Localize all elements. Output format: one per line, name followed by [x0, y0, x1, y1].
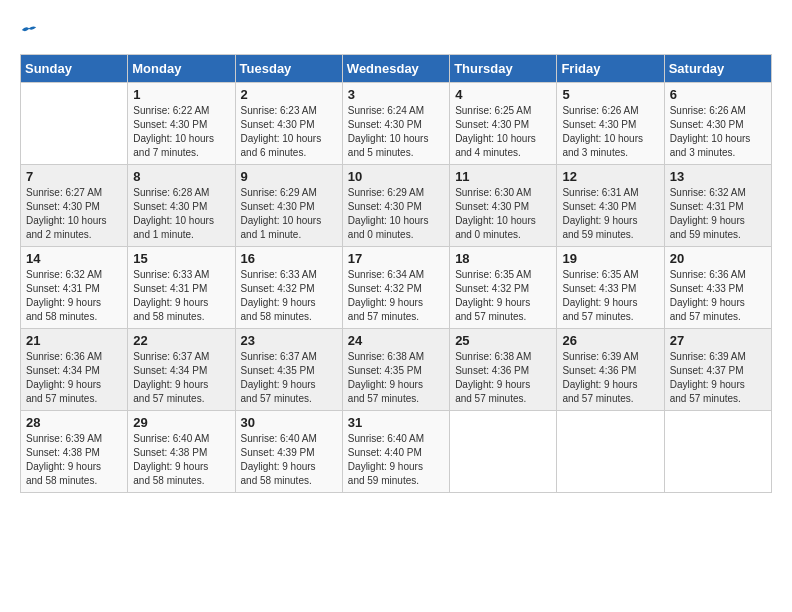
day-info: Sunrise: 6:32 AMSunset: 4:31 PMDaylight:… — [670, 186, 766, 242]
day-info: Sunrise: 6:34 AMSunset: 4:32 PMDaylight:… — [348, 268, 444, 324]
calendar-cell: 28Sunrise: 6:39 AMSunset: 4:38 PMDayligh… — [21, 411, 128, 493]
day-info: Sunrise: 6:35 AMSunset: 4:32 PMDaylight:… — [455, 268, 551, 324]
calendar-cell: 25Sunrise: 6:38 AMSunset: 4:36 PMDayligh… — [450, 329, 557, 411]
calendar-header-tuesday: Tuesday — [235, 55, 342, 83]
day-number: 6 — [670, 87, 766, 102]
calendar-header-monday: Monday — [128, 55, 235, 83]
day-info: Sunrise: 6:29 AMSunset: 4:30 PMDaylight:… — [241, 186, 337, 242]
calendar-week-2: 7Sunrise: 6:27 AMSunset: 4:30 PMDaylight… — [21, 165, 772, 247]
calendar-week-3: 14Sunrise: 6:32 AMSunset: 4:31 PMDayligh… — [21, 247, 772, 329]
day-info: Sunrise: 6:31 AMSunset: 4:30 PMDaylight:… — [562, 186, 658, 242]
day-number: 5 — [562, 87, 658, 102]
day-info: Sunrise: 6:25 AMSunset: 4:30 PMDaylight:… — [455, 104, 551, 160]
calendar-cell: 12Sunrise: 6:31 AMSunset: 4:30 PMDayligh… — [557, 165, 664, 247]
calendar-header-thursday: Thursday — [450, 55, 557, 83]
day-number: 17 — [348, 251, 444, 266]
calendar-cell: 19Sunrise: 6:35 AMSunset: 4:33 PMDayligh… — [557, 247, 664, 329]
calendar-cell: 1Sunrise: 6:22 AMSunset: 4:30 PMDaylight… — [128, 83, 235, 165]
calendar-cell: 4Sunrise: 6:25 AMSunset: 4:30 PMDaylight… — [450, 83, 557, 165]
calendar-cell: 31Sunrise: 6:40 AMSunset: 4:40 PMDayligh… — [342, 411, 449, 493]
calendar-cell — [664, 411, 771, 493]
day-info: Sunrise: 6:26 AMSunset: 4:30 PMDaylight:… — [562, 104, 658, 160]
calendar-cell: 16Sunrise: 6:33 AMSunset: 4:32 PMDayligh… — [235, 247, 342, 329]
day-number: 8 — [133, 169, 229, 184]
calendar-header-saturday: Saturday — [664, 55, 771, 83]
day-info: Sunrise: 6:36 AMSunset: 4:34 PMDaylight:… — [26, 350, 122, 406]
calendar-header-sunday: Sunday — [21, 55, 128, 83]
day-number: 23 — [241, 333, 337, 348]
day-info: Sunrise: 6:27 AMSunset: 4:30 PMDaylight:… — [26, 186, 122, 242]
calendar-cell: 23Sunrise: 6:37 AMSunset: 4:35 PMDayligh… — [235, 329, 342, 411]
day-number: 30 — [241, 415, 337, 430]
calendar-cell: 5Sunrise: 6:26 AMSunset: 4:30 PMDaylight… — [557, 83, 664, 165]
calendar-header-friday: Friday — [557, 55, 664, 83]
day-number: 13 — [670, 169, 766, 184]
calendar-cell: 22Sunrise: 6:37 AMSunset: 4:34 PMDayligh… — [128, 329, 235, 411]
page-header — [20, 20, 772, 44]
calendar-week-4: 21Sunrise: 6:36 AMSunset: 4:34 PMDayligh… — [21, 329, 772, 411]
day-info: Sunrise: 6:37 AMSunset: 4:34 PMDaylight:… — [133, 350, 229, 406]
calendar-week-5: 28Sunrise: 6:39 AMSunset: 4:38 PMDayligh… — [21, 411, 772, 493]
day-info: Sunrise: 6:40 AMSunset: 4:40 PMDaylight:… — [348, 432, 444, 488]
calendar-week-1: 1Sunrise: 6:22 AMSunset: 4:30 PMDaylight… — [21, 83, 772, 165]
calendar-table: SundayMondayTuesdayWednesdayThursdayFrid… — [20, 54, 772, 493]
day-info: Sunrise: 6:28 AMSunset: 4:30 PMDaylight:… — [133, 186, 229, 242]
day-number: 10 — [348, 169, 444, 184]
day-info: Sunrise: 6:40 AMSunset: 4:39 PMDaylight:… — [241, 432, 337, 488]
calendar-cell: 21Sunrise: 6:36 AMSunset: 4:34 PMDayligh… — [21, 329, 128, 411]
day-info: Sunrise: 6:23 AMSunset: 4:30 PMDaylight:… — [241, 104, 337, 160]
day-number: 21 — [26, 333, 122, 348]
calendar-cell: 30Sunrise: 6:40 AMSunset: 4:39 PMDayligh… — [235, 411, 342, 493]
day-number: 4 — [455, 87, 551, 102]
calendar-header-row: SundayMondayTuesdayWednesdayThursdayFrid… — [21, 55, 772, 83]
day-number: 14 — [26, 251, 122, 266]
day-info: Sunrise: 6:38 AMSunset: 4:35 PMDaylight:… — [348, 350, 444, 406]
day-number: 24 — [348, 333, 444, 348]
calendar-cell: 27Sunrise: 6:39 AMSunset: 4:37 PMDayligh… — [664, 329, 771, 411]
calendar-cell: 8Sunrise: 6:28 AMSunset: 4:30 PMDaylight… — [128, 165, 235, 247]
day-info: Sunrise: 6:38 AMSunset: 4:36 PMDaylight:… — [455, 350, 551, 406]
calendar-cell — [21, 83, 128, 165]
day-info: Sunrise: 6:37 AMSunset: 4:35 PMDaylight:… — [241, 350, 337, 406]
day-number: 28 — [26, 415, 122, 430]
day-number: 26 — [562, 333, 658, 348]
calendar-cell: 15Sunrise: 6:33 AMSunset: 4:31 PMDayligh… — [128, 247, 235, 329]
day-number: 20 — [670, 251, 766, 266]
day-info: Sunrise: 6:39 AMSunset: 4:38 PMDaylight:… — [26, 432, 122, 488]
day-number: 31 — [348, 415, 444, 430]
calendar-cell: 11Sunrise: 6:30 AMSunset: 4:30 PMDayligh… — [450, 165, 557, 247]
calendar-header-wednesday: Wednesday — [342, 55, 449, 83]
day-number: 19 — [562, 251, 658, 266]
day-number: 27 — [670, 333, 766, 348]
day-info: Sunrise: 6:26 AMSunset: 4:30 PMDaylight:… — [670, 104, 766, 160]
day-number: 3 — [348, 87, 444, 102]
day-number: 18 — [455, 251, 551, 266]
day-info: Sunrise: 6:35 AMSunset: 4:33 PMDaylight:… — [562, 268, 658, 324]
calendar-cell: 10Sunrise: 6:29 AMSunset: 4:30 PMDayligh… — [342, 165, 449, 247]
day-info: Sunrise: 6:39 AMSunset: 4:36 PMDaylight:… — [562, 350, 658, 406]
calendar-cell: 26Sunrise: 6:39 AMSunset: 4:36 PMDayligh… — [557, 329, 664, 411]
day-number: 22 — [133, 333, 229, 348]
calendar-cell: 13Sunrise: 6:32 AMSunset: 4:31 PMDayligh… — [664, 165, 771, 247]
day-info: Sunrise: 6:33 AMSunset: 4:31 PMDaylight:… — [133, 268, 229, 324]
day-info: Sunrise: 6:39 AMSunset: 4:37 PMDaylight:… — [670, 350, 766, 406]
day-number: 7 — [26, 169, 122, 184]
calendar-cell: 17Sunrise: 6:34 AMSunset: 4:32 PMDayligh… — [342, 247, 449, 329]
day-info: Sunrise: 6:30 AMSunset: 4:30 PMDaylight:… — [455, 186, 551, 242]
day-number: 25 — [455, 333, 551, 348]
day-info: Sunrise: 6:24 AMSunset: 4:30 PMDaylight:… — [348, 104, 444, 160]
logo-general-text — [20, 20, 38, 44]
day-number: 11 — [455, 169, 551, 184]
calendar-cell: 14Sunrise: 6:32 AMSunset: 4:31 PMDayligh… — [21, 247, 128, 329]
logo — [20, 20, 38, 44]
calendar-cell: 3Sunrise: 6:24 AMSunset: 4:30 PMDaylight… — [342, 83, 449, 165]
calendar-cell: 6Sunrise: 6:26 AMSunset: 4:30 PMDaylight… — [664, 83, 771, 165]
day-number: 29 — [133, 415, 229, 430]
calendar-cell: 20Sunrise: 6:36 AMSunset: 4:33 PMDayligh… — [664, 247, 771, 329]
calendar-cell: 29Sunrise: 6:40 AMSunset: 4:38 PMDayligh… — [128, 411, 235, 493]
calendar-cell — [450, 411, 557, 493]
day-number: 2 — [241, 87, 337, 102]
day-info: Sunrise: 6:33 AMSunset: 4:32 PMDaylight:… — [241, 268, 337, 324]
day-number: 12 — [562, 169, 658, 184]
day-info: Sunrise: 6:40 AMSunset: 4:38 PMDaylight:… — [133, 432, 229, 488]
